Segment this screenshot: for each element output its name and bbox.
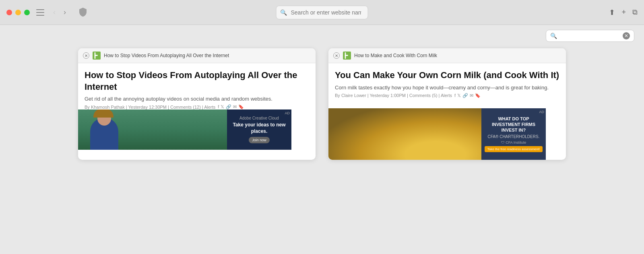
- tab-2-article-meta: By Claire Lower | Yesterday 1:00PM | Com…: [335, 93, 559, 98]
- tab-card-2-body: You Can Make Your Own Corn Milk (and Coo…: [328, 63, 566, 160]
- tab-2-close-button[interactable]: ✕: [333, 52, 340, 59]
- tab-1-main-image: [78, 109, 227, 150]
- ad-text-1: Take your ideas to new places.: [230, 122, 288, 134]
- tab-card-2[interactable]: ✕ How to Make and Cook With Corn Milk Yo…: [328, 48, 566, 160]
- ad-badge: AD: [285, 111, 290, 115]
- sidebar-toggle-button[interactable]: [36, 9, 44, 16]
- twitter-icon: 𝕏: [221, 104, 224, 109]
- tab-1-article-subtitle: Get rid of all the annoying autoplay vid…: [85, 96, 309, 102]
- traffic-lights: [6, 10, 30, 15]
- address-search-icon: 🔍: [280, 9, 287, 16]
- shield-icon: [76, 6, 89, 19]
- tab-1-close-button[interactable]: ✕: [83, 52, 89, 59]
- svg-rect-3: [345, 55, 348, 56]
- link-icon-2: 🔗: [462, 93, 468, 98]
- ad-org-2: 🛡 CFA Institute: [501, 140, 526, 145]
- tab-card-1-header: ✕ How to Stop Videos From Autoplaying Al…: [78, 48, 316, 63]
- facebook-icon-2: f: [454, 93, 456, 98]
- tab-search-icon: 🔍: [550, 33, 557, 39]
- tab-2-images: AD WHAT DO TOP INVESTMENT FIRMS INVEST I…: [328, 108, 566, 160]
- tab-card-2-header: ✕ How to Make and Cook With Corn Milk: [328, 48, 566, 63]
- tab-2-article-title: You Can Make Your Own Corn Milk (and Coo…: [335, 70, 559, 81]
- tab-1-meta-icons: f 𝕏 🔗 ✉ 🔖: [218, 104, 244, 109]
- tab-1-images: AD Adobe Creative Cloud Take your ideas …: [78, 109, 316, 150]
- twitter-icon-2: 𝕏: [457, 93, 461, 98]
- tab-1-title: How to Stop Videos From Autoplaying All …: [104, 53, 229, 58]
- address-input[interactable]: [276, 6, 368, 19]
- tab-1-ad-image: AD Adobe Creative Cloud Take your ideas …: [227, 109, 291, 150]
- ad-join-button[interactable]: Join now: [249, 137, 270, 143]
- tabs-grid: ✕ How to Stop Videos From Autoplaying Al…: [0, 45, 644, 163]
- tab-2-ad-image: AD WHAT DO TOP INVESTMENT FIRMS INVEST I…: [481, 108, 546, 160]
- tab-2-title: How to Make and Cook With Corn Milk: [354, 53, 437, 58]
- bookmark-icon-2: 🔖: [475, 93, 481, 98]
- facebook-icon: f: [218, 104, 219, 109]
- tab-card-1-body: How to Stop Videos From Autoplaying All …: [78, 63, 316, 150]
- link-icon: 🔗: [226, 104, 231, 109]
- clear-search-button[interactable]: ✕: [623, 32, 630, 39]
- svg-rect-1: [95, 55, 98, 56]
- ad-sub-2: CFA® CHARTERHOLDERS.: [488, 134, 540, 139]
- tab-search-box: 🔍 how to ✕: [546, 30, 634, 42]
- toolbar-right: ⬆ + ⧉: [609, 8, 638, 17]
- tab-2-meta-icons: f 𝕏 🔗 ✉ 🔖: [454, 93, 481, 98]
- sidebar-toggle-bar: [36, 9, 44, 10]
- share-button[interactable]: ⬆: [609, 8, 615, 17]
- tab-search-input[interactable]: how to: [559, 33, 620, 39]
- sidebar-toggle-bar: [36, 12, 44, 13]
- tab-1-favicon: [93, 52, 101, 60]
- tab-1-article-meta: By Khamosh Pathak | Yesterday 12:30PM | …: [85, 104, 309, 109]
- new-tab-button[interactable]: +: [621, 8, 626, 17]
- maximize-window-button[interactable]: [24, 10, 30, 15]
- tab-2-main-image: [328, 108, 481, 160]
- minimize-window-button[interactable]: [15, 10, 21, 15]
- titlebar: ‹ › 🔍 ⬆ + ⧉: [0, 0, 644, 25]
- close-window-button[interactable]: [6, 10, 12, 15]
- ad-cta-button-2[interactable]: Take the free readiness assessment!: [485, 146, 543, 152]
- tab-2-article-subtitle: Corn milk tastes exactly how you hope it…: [335, 85, 559, 91]
- tab-card-1[interactable]: ✕ How to Stop Videos From Autoplaying Al…: [78, 48, 316, 160]
- back-button[interactable]: ‹: [51, 7, 58, 17]
- tab-1-article-title: How to Stop Videos From Autoplaying All …: [85, 70, 309, 93]
- search-bar-row: 🔍 how to ✕: [0, 25, 644, 45]
- email-icon: ✉: [233, 104, 237, 109]
- adobe-logo: Adobe Creative Cloud: [239, 116, 279, 120]
- ad-title-2: WHAT DO TOP INVESTMENT FIRMS INVEST IN?: [485, 116, 543, 133]
- tab-2-favicon: [343, 52, 351, 60]
- email-icon-2: ✉: [470, 93, 473, 98]
- bookmark-icon: 🔖: [238, 104, 244, 109]
- tab-overview-button[interactable]: ⧉: [632, 8, 638, 17]
- address-bar: 🔍: [276, 6, 368, 19]
- forward-button[interactable]: ›: [61, 7, 68, 17]
- sidebar-toggle-bar: [36, 15, 44, 16]
- ad-badge-2: AD: [539, 110, 544, 114]
- nav-buttons: ‹ ›: [51, 7, 68, 17]
